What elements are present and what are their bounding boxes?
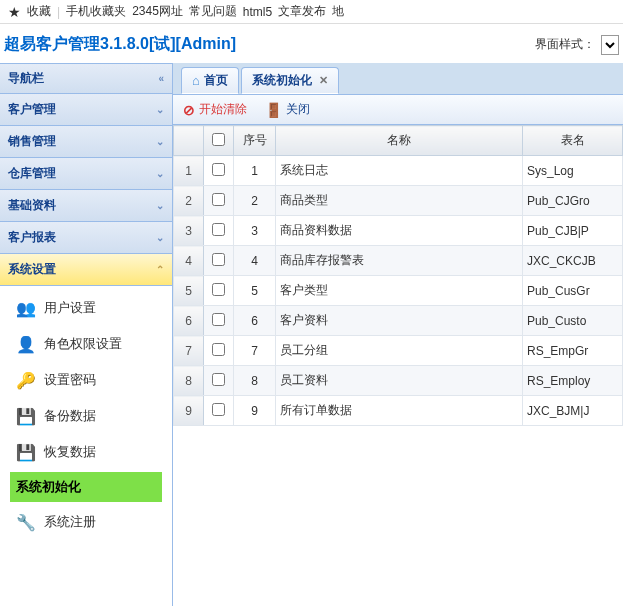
chevron-down-icon: ⌄ (156, 168, 164, 179)
nav-section-basic[interactable]: 基础资料 ⌄ (0, 190, 172, 222)
fav-label[interactable]: 收藏 (27, 3, 51, 20)
nav-section-sales[interactable]: 销售管理 ⌄ (0, 126, 172, 158)
collapse-icon[interactable]: « (158, 73, 164, 84)
select-all-checkbox[interactable] (212, 133, 225, 146)
tab-bar: ⌂ 首页 系统初始化 ✕ (173, 63, 623, 95)
row-number-header (174, 126, 204, 156)
submenu-user-settings[interactable]: 👥 用户设置 (0, 290, 172, 326)
submenu-system-init[interactable]: 系统初始化 (10, 472, 162, 502)
row-name: 客户资料 (276, 306, 523, 336)
start-clear-button[interactable]: ⊘ 开始清除 (183, 101, 247, 118)
table-row[interactable]: 22商品类型Pub_CJGro (174, 186, 623, 216)
style-select[interactable] (601, 35, 619, 55)
bookmark-item[interactable]: 手机收藏夹 (66, 3, 126, 20)
chevron-down-icon: ⌄ (156, 200, 164, 211)
nav-section-system[interactable]: 系统设置 ⌃ (0, 254, 172, 286)
tab-home[interactable]: ⌂ 首页 (181, 67, 239, 94)
row-table: JXC_CKCJB (523, 246, 623, 276)
app-title: 超易客户管理3.1.8.0[试][Admin] (4, 34, 236, 55)
role-icon: 👤 (16, 334, 36, 354)
table-row[interactable]: 55客户类型Pub_CusGr (174, 276, 623, 306)
row-seq: 8 (234, 366, 276, 396)
door-icon: 🚪 (265, 102, 282, 118)
row-name: 系统日志 (276, 156, 523, 186)
table-row[interactable]: 66客户资料Pub_Custo (174, 306, 623, 336)
row-number: 3 (174, 216, 204, 246)
row-number: 9 (174, 396, 204, 426)
row-checkbox-cell (204, 156, 234, 186)
restore-icon: 💾 (16, 442, 36, 462)
row-name: 员工分组 (276, 336, 523, 366)
row-table: Pub_CJB|P (523, 216, 623, 246)
users-icon: 👥 (16, 298, 36, 318)
row-checkbox[interactable] (212, 373, 225, 386)
row-checkbox[interactable] (212, 343, 225, 356)
row-number: 4 (174, 246, 204, 276)
row-checkbox[interactable] (212, 253, 225, 266)
table-row[interactable]: 99所有订单数据JXC_BJM|J (174, 396, 623, 426)
row-name: 商品库存报警表 (276, 246, 523, 276)
submenu-backup[interactable]: 💾 备份数据 (0, 398, 172, 434)
table-header[interactable]: 表名 (523, 126, 623, 156)
row-checkbox[interactable] (212, 313, 225, 326)
nav-section-warehouse[interactable]: 仓库管理 ⌄ (0, 158, 172, 190)
bookmark-item[interactable]: 2345网址 (132, 3, 183, 20)
row-table: Pub_Custo (523, 306, 623, 336)
row-number: 8 (174, 366, 204, 396)
close-button[interactable]: 🚪 关闭 (265, 101, 310, 118)
row-checkbox[interactable] (212, 223, 225, 236)
row-checkbox-cell (204, 216, 234, 246)
row-checkbox[interactable] (212, 403, 225, 416)
row-seq: 2 (234, 186, 276, 216)
row-checkbox-cell (204, 336, 234, 366)
row-table: Pub_CJGro (523, 186, 623, 216)
row-checkbox-cell (204, 396, 234, 426)
row-name: 员工资料 (276, 366, 523, 396)
data-grid: 序号 名称 表名 11系统日志Sys_Log22商品类型Pub_CJGro33商… (173, 125, 623, 606)
bookmark-item[interactable]: 文章发布 (278, 3, 326, 20)
backup-icon: 💾 (16, 406, 36, 426)
chevron-down-icon: ⌄ (156, 232, 164, 243)
home-icon: ⌂ (192, 73, 200, 88)
table-row[interactable]: 11系统日志Sys_Log (174, 156, 623, 186)
chevron-down-icon: ⌄ (156, 104, 164, 115)
row-seq: 5 (234, 276, 276, 306)
content-area: ⌂ 首页 系统初始化 ✕ ⊘ 开始清除 🚪 关闭 (173, 63, 623, 606)
register-icon: 🔧 (16, 512, 36, 532)
row-name: 商品资料数据 (276, 216, 523, 246)
row-table: RS_EmpGr (523, 336, 623, 366)
sidebar: 导航栏 « 客户管理 ⌄ 销售管理 ⌄ 仓库管理 ⌄ 基础资料 ⌄ 客户报表 ⌄… (0, 63, 173, 606)
row-name: 所有订单数据 (276, 396, 523, 426)
row-checkbox[interactable] (212, 283, 225, 296)
submenu-password[interactable]: 🔑 设置密码 (0, 362, 172, 398)
star-icon: ★ (8, 4, 21, 20)
table-row[interactable]: 88员工资料RS_Employ (174, 366, 623, 396)
row-checkbox[interactable] (212, 163, 225, 176)
row-table: Sys_Log (523, 156, 623, 186)
row-seq: 7 (234, 336, 276, 366)
nav-section-customer[interactable]: 客户管理 ⌄ (0, 94, 172, 126)
bookmark-item[interactable]: 地 (332, 3, 344, 20)
nav-title: 导航栏 (8, 70, 44, 87)
name-header[interactable]: 名称 (276, 126, 523, 156)
tab-system-init[interactable]: 系统初始化 ✕ (241, 67, 339, 94)
row-table: JXC_BJM|J (523, 396, 623, 426)
style-label: 界面样式： (535, 36, 595, 53)
table-row[interactable]: 44商品库存报警表JXC_CKCJB (174, 246, 623, 276)
row-name: 客户类型 (276, 276, 523, 306)
bookmark-item[interactable]: html5 (243, 5, 272, 19)
bookmark-item[interactable]: 常见问题 (189, 3, 237, 20)
submenu-role-perms[interactable]: 👤 角色权限设置 (0, 326, 172, 362)
submenu-register[interactable]: 🔧 系统注册 (0, 504, 172, 540)
row-checkbox[interactable] (212, 193, 225, 206)
chevron-down-icon: ⌄ (156, 136, 164, 147)
close-icon[interactable]: ✕ (319, 74, 328, 87)
nav-section-report[interactable]: 客户报表 ⌄ (0, 222, 172, 254)
table-row[interactable]: 33商品资料数据Pub_CJB|P (174, 216, 623, 246)
table-row[interactable]: 77员工分组RS_EmpGr (174, 336, 623, 366)
checkbox-header[interactable] (204, 126, 234, 156)
seq-header[interactable]: 序号 (234, 126, 276, 156)
row-seq: 6 (234, 306, 276, 336)
submenu-restore[interactable]: 💾 恢复数据 (0, 434, 172, 470)
row-seq: 3 (234, 216, 276, 246)
